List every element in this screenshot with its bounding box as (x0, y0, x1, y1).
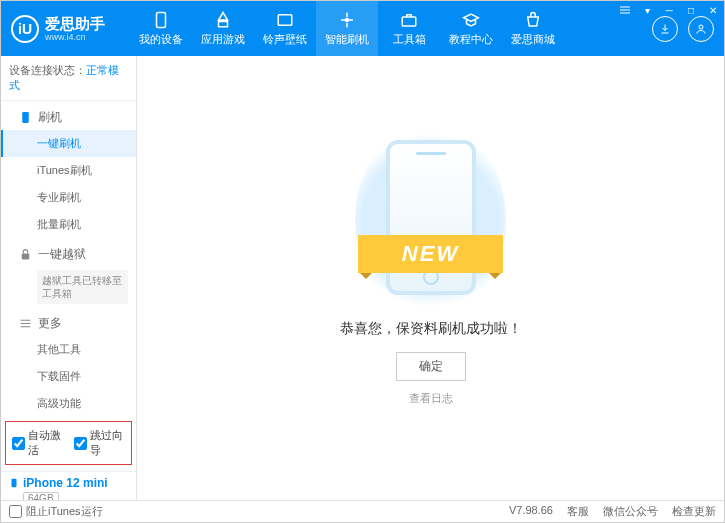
svg-point-2 (345, 17, 350, 22)
lock-icon (19, 248, 32, 261)
nav-ringtone[interactable]: 铃声壁纸 (254, 1, 316, 56)
item-itunes-flash[interactable]: iTunes刷机 (1, 157, 136, 184)
logo-area: iU 爱思助手 www.i4.cn (11, 15, 105, 43)
version-label: V7.98.66 (509, 504, 553, 519)
download-button[interactable] (652, 16, 678, 42)
device-status: 设备连接状态：正常模式 (1, 56, 136, 101)
minimize-button[interactable]: ─ (658, 1, 680, 19)
device-capacity: 64GB (23, 492, 59, 500)
phone-icon (19, 111, 32, 124)
user-icon (695, 23, 707, 35)
footer: 阻止iTunes运行 V7.98.66 客服 微信公众号 检查更新 (1, 500, 724, 522)
wechat-link[interactable]: 微信公众号 (603, 504, 658, 519)
section-flash[interactable]: 刷机 (1, 101, 136, 130)
app-header: iU 爱思助手 www.i4.cn 我的设备 应用游戏 铃声壁纸 智能刷机 工具… (1, 1, 724, 56)
device-name: iPhone 12 mini (9, 476, 128, 490)
block-itunes-checkbox[interactable]: 阻止iTunes运行 (9, 504, 103, 519)
brand-name: 爱思助手 (45, 16, 105, 31)
phone-icon (152, 11, 170, 29)
apps-icon (214, 11, 232, 29)
item-download-fw[interactable]: 下载固件 (1, 363, 136, 390)
svg-rect-5 (22, 112, 29, 123)
sidebar: 设备连接状态：正常模式 刷机 一键刷机 iTunes刷机 专业刷机 批量刷机 一… (1, 56, 137, 500)
menu-icon (620, 6, 630, 14)
top-nav: 我的设备 应用游戏 铃声壁纸 智能刷机 工具箱 教程中心 爱思商城 (130, 1, 564, 56)
item-other-tools[interactable]: 其他工具 (1, 336, 136, 363)
confirm-button[interactable]: 确定 (396, 352, 466, 381)
update-link[interactable]: 检查更新 (672, 504, 716, 519)
download-icon (659, 23, 671, 35)
window-controls: ▾ ─ □ ✕ (614, 1, 724, 19)
brand-url: www.i4.cn (45, 33, 105, 42)
user-button[interactable] (688, 16, 714, 42)
header-actions (652, 16, 714, 42)
jailbreak-note: 越狱工具已转移至工具箱 (37, 270, 128, 304)
view-log-link[interactable]: 查看日志 (409, 391, 453, 406)
nav-store[interactable]: 爱思商城 (502, 1, 564, 56)
nav-flash[interactable]: 智能刷机 (316, 1, 378, 56)
section-jailbreak[interactable]: 一键越狱 (1, 238, 136, 267)
nav-apps[interactable]: 应用游戏 (192, 1, 254, 56)
svg-rect-3 (402, 17, 416, 26)
more-icon (19, 317, 32, 330)
item-advanced[interactable]: 高级功能 (1, 390, 136, 417)
section-more[interactable]: 更多 (1, 307, 136, 336)
pin-button[interactable]: ▾ (636, 1, 658, 19)
nav-toolbox[interactable]: 工具箱 (378, 1, 440, 56)
item-oneclick-flash[interactable]: 一键刷机 (1, 130, 136, 157)
logo-icon: iU (11, 15, 39, 43)
maximize-button[interactable]: □ (680, 1, 702, 19)
nav-my-device[interactable]: 我的设备 (130, 1, 192, 56)
new-banner: NEW (358, 235, 503, 273)
support-link[interactable]: 客服 (567, 504, 589, 519)
item-batch-flash[interactable]: 批量刷机 (1, 211, 136, 238)
menu-button[interactable] (614, 1, 636, 19)
device-icon (9, 476, 19, 490)
svg-rect-0 (157, 12, 166, 27)
success-text: 恭喜您，保资料刷机成功啦！ (340, 320, 522, 338)
store-icon (524, 11, 542, 29)
svg-rect-6 (22, 253, 30, 259)
option-highlight-box: 自动激活 跳过向导 (5, 421, 132, 465)
success-illustration: NEW (373, 140, 488, 300)
flash-icon (338, 11, 356, 29)
item-pro-flash[interactable]: 专业刷机 (1, 184, 136, 211)
main-panel: NEW 恭喜您，保资料刷机成功啦！ 确定 查看日志 (137, 56, 724, 500)
wallpaper-icon (276, 11, 294, 29)
toolbox-icon (400, 11, 418, 29)
checkbox-skip-wizard[interactable]: 跳过向导 (74, 428, 126, 458)
svg-rect-1 (278, 14, 292, 25)
svg-rect-7 (12, 479, 17, 487)
svg-point-4 (699, 25, 703, 29)
device-info[interactable]: iPhone 12 mini 64GB Down-12mini-13,1 (1, 471, 136, 500)
close-button[interactable]: ✕ (702, 1, 724, 19)
nav-tutorial[interactable]: 教程中心 (440, 1, 502, 56)
tutorial-icon (462, 11, 480, 29)
checkbox-auto-activate[interactable]: 自动激活 (12, 428, 64, 458)
